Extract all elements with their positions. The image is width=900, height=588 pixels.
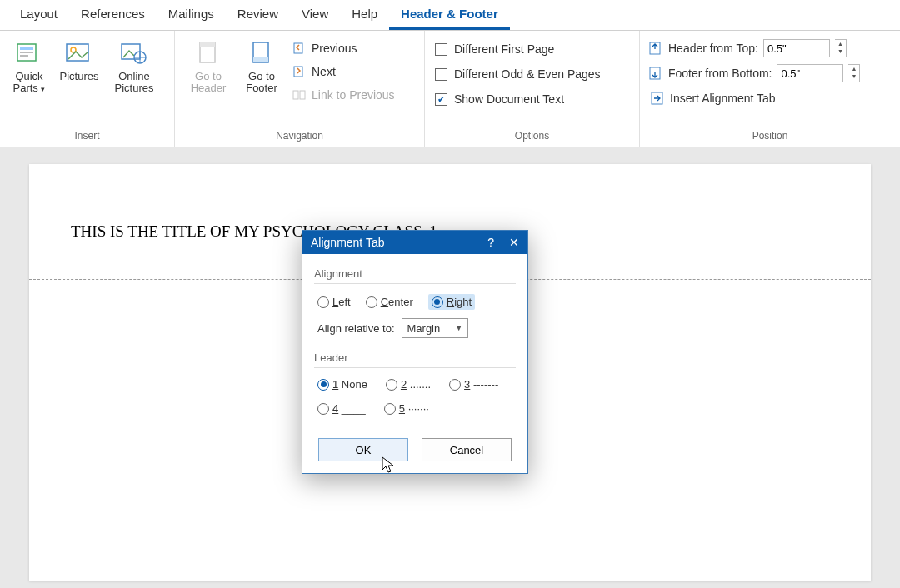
group-options: Different First Page Different Odd & Eve… (425, 31, 640, 147)
online-pictures-icon (120, 39, 148, 67)
link-to-previous-icon (292, 87, 307, 102)
leader-1-radio[interactable]: 1 None (318, 378, 368, 391)
previous-button[interactable]: Previous (290, 37, 397, 59)
insert-alignment-tab-label: Insert Alignment Tab (670, 92, 776, 105)
alignment-center-radio[interactable]: Center (366, 296, 413, 308)
pictures-button[interactable]: Pictures (55, 36, 103, 86)
quick-parts-button[interactable]: Quick Parts ▾ (8, 36, 50, 98)
alignment-left-radio[interactable]: Left (318, 296, 351, 308)
pictures-icon (65, 39, 93, 67)
tab-mailings[interactable]: Mailings (157, 0, 226, 30)
header-from-top-label: Header from Top: (668, 42, 758, 55)
tab-review[interactable]: Review (226, 0, 290, 30)
alignment-right-radio[interactable]: Right (428, 294, 475, 310)
alignment-right-label: Right (447, 296, 472, 308)
next-button[interactable]: Next (290, 61, 397, 82)
svg-rect-3 (20, 55, 28, 57)
group-position: Header from Top: ▲▼ Footer from Bottom: … (640, 31, 900, 147)
different-first-page-checkbox[interactable]: Different First Page (433, 39, 556, 59)
align-relative-combo[interactable]: Margin ▼ (402, 318, 469, 338)
different-first-page-label: Different First Page (454, 42, 554, 56)
tab-view[interactable]: View (290, 0, 340, 30)
group-insert: Quick Parts ▾ Pictures Online Pictures I… (0, 31, 175, 147)
go-to-footer-label: Go to Footer (240, 71, 283, 95)
radio-selected-icon (318, 379, 329, 391)
tab-header-footer[interactable]: Header & Footer (389, 0, 510, 30)
leader-4-label: 4 ____ (332, 402, 366, 415)
align-relative-label: Align relative to: (318, 322, 395, 335)
radio-icon (318, 403, 329, 415)
svg-rect-1 (20, 47, 33, 50)
header-from-top-row: Header from Top: ▲▼ (648, 37, 847, 59)
footer-from-bottom-icon (648, 66, 663, 81)
chevron-down-icon: ▼ (455, 324, 462, 332)
svg-rect-15 (300, 91, 305, 99)
previous-label: Previous (312, 42, 357, 55)
online-pictures-label: Online Pictures (110, 71, 158, 95)
different-odd-even-checkbox[interactable]: Different Odd & Even Pages (433, 64, 602, 84)
quick-parts-icon (15, 39, 43, 67)
leader-3-radio[interactable]: 3 ------- (449, 378, 498, 391)
go-to-footer-icon (248, 39, 276, 67)
radio-icon (384, 403, 396, 415)
group-position-label: Position (648, 128, 892, 145)
link-to-previous-button: Link to Previous (290, 84, 397, 106)
tab-layout[interactable]: Layout (8, 0, 69, 30)
footer-from-bottom-input[interactable] (777, 64, 843, 82)
svg-rect-11 (253, 57, 268, 62)
insert-alignment-tab-button[interactable]: Insert Alignment Tab (648, 87, 778, 109)
footer-from-bottom-label: Footer from Bottom: (668, 67, 772, 80)
align-relative-value: Margin (408, 322, 441, 335)
group-navigation: Go to Header Go to Footer Previous Next (175, 31, 425, 147)
leader-5-radio[interactable]: 5 ······· (384, 402, 429, 415)
leader-2-label: 2 ....... (401, 378, 431, 391)
tab-help[interactable]: Help (340, 0, 389, 30)
different-odd-even-label: Different Odd & Even Pages (454, 67, 601, 81)
group-insert-label: Insert (8, 128, 166, 145)
radio-icon (318, 296, 329, 308)
footer-from-bottom-spinner[interactable]: ▲▼ (848, 64, 860, 82)
svg-rect-14 (293, 91, 298, 99)
ribbon: Quick Parts ▾ Pictures Online Pictures I… (0, 31, 900, 147)
radio-selected-icon (432, 296, 443, 308)
ok-button[interactable]: OK (318, 438, 408, 461)
radio-icon (386, 379, 398, 391)
group-options-label: Options (433, 128, 631, 145)
leader-2-radio[interactable]: 2 ....... (386, 378, 431, 391)
dialog-help-button[interactable]: ? (488, 236, 494, 249)
alignment-tab-dialog: Alignment Tab ? ✕ Alignment Left Center … (302, 230, 528, 474)
cancel-button[interactable]: Cancel (422, 438, 512, 461)
alignment-group-label: Alignment (314, 267, 516, 280)
radio-icon (366, 296, 378, 308)
dialog-close-button[interactable]: ✕ (509, 236, 519, 249)
svg-rect-9 (200, 42, 215, 47)
header-from-top-icon (648, 41, 663, 56)
next-label: Next (312, 65, 336, 78)
show-document-text-label: Show Document Text (454, 92, 564, 106)
svg-rect-2 (20, 52, 33, 53)
checkbox-icon (435, 43, 448, 56)
go-to-header-label: Go to Header (185, 71, 232, 95)
go-to-footer-button[interactable]: Go to Footer (238, 36, 285, 98)
header-from-top-spinner[interactable]: ▲▼ (835, 39, 847, 57)
go-to-header-icon (194, 39, 222, 67)
leader-5-label: 5 ······· (399, 402, 429, 415)
ribbon-tabs: Layout References Mailings Review View H… (0, 0, 900, 31)
show-document-text-checkbox[interactable]: ✔ Show Document Text (433, 89, 566, 109)
alignment-center-label: Center (381, 296, 413, 308)
pictures-label: Pictures (60, 71, 99, 82)
insert-alignment-tab-icon (650, 91, 665, 106)
group-navigation-label: Navigation (183, 128, 416, 145)
tab-references[interactable]: References (69, 0, 157, 30)
leader-4-radio[interactable]: 4 ____ (318, 402, 366, 415)
next-icon (292, 64, 307, 79)
header-from-top-input[interactable] (763, 39, 830, 57)
radio-icon (449, 379, 461, 391)
leader-1-label: 1 None (332, 378, 368, 391)
go-to-header-button: Go to Header (183, 36, 233, 98)
leader-3-label: 3 ------- (464, 378, 498, 391)
online-pictures-button[interactable]: Online Pictures (108, 36, 160, 98)
dialog-titlebar[interactable]: Alignment Tab ? ✕ (302, 231, 528, 254)
leader-group-label: Leader (314, 351, 516, 364)
link-to-previous-label: Link to Previous (312, 88, 395, 102)
